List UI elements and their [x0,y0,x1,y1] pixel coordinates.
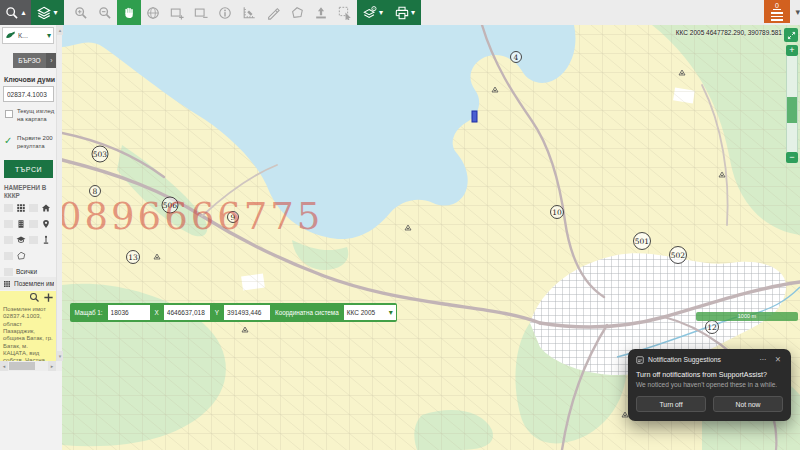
count-badge [4,252,13,260]
svg-text:13: 13 [128,253,138,262]
map-statusbar: Мащаб 1: X Y Координатна система ККС 200… [70,303,397,322]
globe-icon [146,6,160,20]
measure-coordinates-button[interactable] [237,0,261,25]
service-selector-label: К... [18,32,45,39]
section-parcel-label: Поземлен им [14,280,54,287]
sidebar-vertical-scrollbar[interactable]: ▴ ▾ [56,25,62,361]
zoom-slider-handle[interactable] [787,97,797,123]
pencil-icon [266,6,280,20]
info-icon [218,6,232,20]
info-button[interactable] [213,0,237,25]
slider-zoom-in-button[interactable]: + [786,45,798,56]
zoom-out-icon [98,6,112,20]
parcels-icon [3,280,11,288]
crs-select[interactable]: ККС 2005 ▾ [344,305,396,320]
scroll-up-icon[interactable]: ▴ [57,25,63,35]
result-type-row [4,217,56,230]
search-sidebar: К... ▾ БЪРЗО › Ключови думи Текущ изглед… [0,25,62,450]
layers-button[interactable]: ▾ [31,0,64,25]
result-block: Поземлен имот 02837.4.1003, област Пазар… [0,291,56,361]
hand-icon [122,6,136,20]
result-add-icon[interactable] [43,292,54,303]
count-badge [29,204,38,212]
caret-down-icon: ▾ [389,309,393,317]
print-button[interactable]: ▾ [389,0,421,25]
service-selector[interactable]: К... ▾ [2,27,54,44]
svg-text:9: 9 [231,213,236,222]
building-icon[interactable] [16,219,26,229]
survey-pole-icon[interactable] [41,235,51,245]
cursor-coordinates-readout: ККС 2005 4647782.290, 390789.581 [676,29,782,36]
more-options-icon[interactable]: ⋯ [757,355,769,364]
polygon-icon [290,6,304,20]
svg-text:503: 503 [93,150,108,159]
scroll-right-icon[interactable]: ▸ [48,361,56,371]
graduation-cap-icon[interactable] [16,235,26,245]
full-extent-button[interactable] [141,0,165,25]
result-zoom-icon[interactable] [29,292,40,303]
not-now-button[interactable]: Not now [713,396,783,412]
zoom-out-button[interactable] [93,0,117,25]
keywords-input[interactable] [3,86,54,102]
turn-off-button[interactable]: Turn off [636,396,706,412]
pan-button[interactable] [117,0,141,25]
caret-down-icon: ▾ [47,32,51,40]
keywords-label: Ключови думи [4,76,55,83]
queue-badge: 0 [773,2,781,10]
section-parcel-header[interactable]: Поземлен им [0,277,56,290]
count-badge [4,268,13,276]
current-view-checkbox[interactable] [5,110,13,118]
y-label: Y [212,309,222,316]
search-button[interactable]: ТЪРСИ [4,160,53,178]
notification-popup: Notification Suggestions ⋯ ✕ Turn off no… [628,349,791,421]
fullscreen-button[interactable] [784,28,798,42]
slider-zoom-out-button[interactable]: − [786,152,798,163]
buildings-home-icon[interactable] [41,203,51,213]
x-label: X [152,309,162,316]
y-input[interactable] [224,305,270,320]
measure-area-button[interactable] [285,0,309,25]
zoom-in-button[interactable] [69,0,93,25]
svg-text:4: 4 [514,53,519,62]
zoom-slider-track[interactable] [786,56,798,152]
identify-layers-button[interactable]: ▾ [357,0,389,25]
location-pin-icon[interactable] [41,219,51,229]
parcels-icon[interactable] [16,203,26,213]
caret-down-icon: ▾ [379,9,383,17]
measure-distance-button[interactable] [261,0,285,25]
queue-caret-icon[interactable]: ▾ [795,7,800,17]
zoom-out-rectangle-button[interactable] [189,0,213,25]
close-icon[interactable]: ✕ [773,355,783,364]
sidebar-horizontal-scrollbar[interactable]: ◂ ▸ [0,361,62,371]
tab-quick-search[interactable]: БЪРЗО [13,53,46,68]
count-badge [4,204,13,212]
scale-label: Мащаб 1: [72,309,106,316]
caret-down-icon: ▾ [411,9,415,17]
count-badge [4,236,13,244]
scale-input[interactable] [108,305,150,320]
svg-text:506: 506 [163,201,178,210]
selected-parcel[interactable] [472,111,477,122]
count-badge [29,220,38,228]
scroll-down-icon[interactable]: ▾ [57,351,63,361]
select-button[interactable] [333,0,357,25]
x-input[interactable] [164,305,210,320]
current-view-label: Текущ изглед на картата [17,108,55,124]
queue-button[interactable]: 0 [764,0,790,23]
scroll-left-icon[interactable]: ◂ [0,361,8,371]
rectangle-minus-icon [194,6,208,20]
upload-icon [314,6,328,20]
scale-bar: 1000 m [696,312,798,321]
select-rectangle-icon [338,6,352,20]
search-panel-button[interactable]: ▴ [0,0,31,25]
service-icon [5,30,16,41]
zone-polygon-icon[interactable] [16,251,26,261]
zoom-rectangle-button[interactable] [165,0,189,25]
svg-text:8: 8 [93,187,98,196]
all-results-label[interactable]: Всички [16,268,37,275]
first-200-check-icon[interactable]: ✓ [4,135,12,146]
notification-submessage: We noticed you haven't opened these in a… [636,381,783,388]
upload-button[interactable] [309,0,333,25]
caret-down-icon: ▾ [53,9,57,17]
scrollbar-thumb[interactable] [9,362,35,370]
